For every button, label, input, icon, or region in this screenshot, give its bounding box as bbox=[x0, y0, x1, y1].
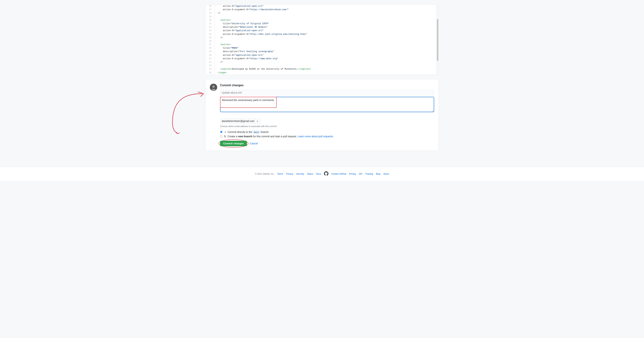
line-code bbox=[214, 40, 438, 43]
radio-label-branch[interactable]: Create a new branch for this commit and … bbox=[228, 135, 334, 138]
email-select-wrapper: danielshervheim@gmail.com bbox=[220, 118, 434, 124]
table-row: 44 <caption>Developed by AISOS at the Un… bbox=[206, 68, 438, 71]
pull-request-link[interactable]: Learn more about pull requests. bbox=[298, 135, 334, 138]
line-code: action-0="application:open-url" bbox=[214, 4, 438, 8]
line-number: 35 bbox=[206, 36, 214, 40]
line-code: title="University of Virginia IATH" bbox=[214, 22, 438, 26]
table-row: 29 bbox=[206, 15, 438, 18]
line-number: 33 bbox=[206, 29, 214, 32]
line-code: <button> bbox=[214, 18, 438, 22]
line-code: action-0="application:open-url" bbox=[214, 54, 438, 57]
code-editor: 26 action-0="application:open-url"27 act… bbox=[205, 4, 439, 75]
line-number: 26 bbox=[206, 4, 214, 8]
line-code: <caption>Developed by AISOS at the Unive… bbox=[214, 68, 438, 71]
arrow-annotation bbox=[169, 79, 209, 134]
table-row: 42 /> bbox=[206, 60, 438, 64]
line-code: /> bbox=[214, 12, 438, 15]
commit-button-wrapper: Commit changes bbox=[220, 141, 247, 146]
commit-summary-input[interactable] bbox=[220, 90, 434, 95]
commit-description-textarea[interactable] bbox=[220, 97, 434, 112]
line-number: 37 bbox=[206, 43, 214, 46]
table-row: 34 action-0-argument-0="http://mhs.iath.… bbox=[206, 33, 438, 36]
table-row: 41 action-0-argument-0="https://www.mnhs… bbox=[206, 57, 438, 60]
line-code: action-0="application:open-url" bbox=[214, 29, 438, 32]
footer-link-pricing[interactable]: Pricing bbox=[349, 173, 356, 175]
commit-section: Commit changes danielshervheim@gmail.com… bbox=[205, 79, 439, 151]
email-select[interactable]: danielshervheim@gmail.com bbox=[220, 118, 260, 124]
line-code: /> bbox=[214, 36, 438, 40]
line-number: 45 bbox=[206, 71, 214, 74]
line-number: 31 bbox=[206, 22, 214, 26]
table-row: 26 action-0="application:open-url" bbox=[206, 4, 438, 8]
line-number: 42 bbox=[206, 60, 214, 64]
line-code: <button> bbox=[214, 43, 438, 46]
line-number: 36 bbox=[206, 40, 214, 43]
code-table: 26 action-0="application:open-url"27 act… bbox=[206, 4, 438, 74]
line-number: 39 bbox=[206, 50, 214, 54]
cancel-button[interactable]: Cancel bbox=[248, 141, 259, 146]
radio-row-direct: ⇢ Commit directly to the main branch. bbox=[220, 130, 434, 134]
line-number: 44 bbox=[206, 68, 214, 71]
radio-label-direct[interactable]: Commit directly to the main branch. bbox=[228, 130, 269, 134]
footer-link-blog[interactable]: Blog bbox=[376, 173, 380, 175]
line-number: 32 bbox=[206, 26, 214, 29]
button-row: Commit changes Cancel bbox=[220, 141, 434, 146]
radio-commit-branch[interactable] bbox=[220, 135, 222, 138]
line-number: 41 bbox=[206, 57, 214, 60]
line-number: 34 bbox=[206, 33, 214, 36]
commit-title: Commit changes bbox=[220, 84, 434, 87]
github-logo bbox=[324, 171, 328, 177]
avatar bbox=[210, 84, 217, 91]
branch-badge: main bbox=[253, 130, 260, 134]
footer-link-training[interactable]: Training bbox=[365, 173, 373, 175]
footer-link-api[interactable]: API bbox=[359, 173, 362, 175]
line-code: action-0-argument-0="https://www.mnhs.or… bbox=[214, 57, 438, 60]
line-code: description="Fort Snelling iconography" bbox=[214, 50, 438, 54]
table-row: 33 action-0="application:open-url" bbox=[206, 29, 438, 32]
footer-inner: © 2021 GitHub, Inc. Terms Privacy Securi… bbox=[212, 171, 432, 177]
footer-link-terms[interactable]: Terms bbox=[277, 173, 283, 175]
table-row: 35 /> bbox=[206, 36, 438, 40]
line-number: 40 bbox=[206, 54, 214, 57]
footer-link-about[interactable]: About bbox=[383, 173, 389, 175]
table-row: 37 <button> bbox=[206, 43, 438, 46]
line-code: </page> bbox=[214, 71, 438, 74]
line-code: description="Additional 3D models" bbox=[214, 26, 438, 29]
table-row: 38 title="MNHS" bbox=[206, 46, 438, 50]
line-number: 29 bbox=[206, 15, 214, 18]
line-number: 28 bbox=[206, 12, 214, 15]
footer: © 2021 GitHub, Inc. Terms Privacy Securi… bbox=[0, 167, 644, 181]
line-number: 43 bbox=[206, 64, 214, 68]
table-row: 28/> bbox=[206, 12, 438, 15]
line-code: action-0-argument-0="http://mhs.iath.vir… bbox=[214, 33, 438, 36]
radio-row-branch: ⇅ Create a new branch for this commit an… bbox=[220, 135, 434, 138]
commit-changes-button[interactable]: Commit changes bbox=[220, 141, 247, 146]
line-number: 38 bbox=[206, 46, 214, 50]
line-code bbox=[214, 64, 438, 68]
commit-form: Commit changes danielshervheim@gmail.com… bbox=[220, 84, 434, 146]
footer-link-contact[interactable]: Contact GitHub bbox=[331, 173, 346, 175]
footer-link-status[interactable]: Status bbox=[307, 173, 313, 175]
line-number: 27 bbox=[206, 8, 214, 12]
footer-link-security[interactable]: Security bbox=[296, 173, 304, 175]
table-row: 31 title="University of Virginia IATH" bbox=[206, 22, 438, 26]
table-row: 27 action-0-argument-0="https://danielsh… bbox=[206, 8, 438, 12]
footer-link-docs[interactable]: Docs bbox=[316, 173, 321, 175]
table-row: 40 action-0="application:open-url" bbox=[206, 54, 438, 57]
table-row: 39 description="Fort Snelling iconograph… bbox=[206, 50, 438, 54]
footer-link-privacy[interactable]: Privacy bbox=[286, 173, 293, 175]
email-hint: Choose which email address to associate … bbox=[220, 125, 434, 128]
line-code: action-0-argument-0="https://danielsherv… bbox=[214, 8, 438, 12]
svg-point-1 bbox=[212, 85, 215, 88]
line-code: title="MNHS" bbox=[214, 46, 438, 50]
radio-group: ⇢ Commit directly to the main branch. ⇅ … bbox=[220, 130, 434, 138]
line-code: /> bbox=[214, 60, 438, 64]
radio-commit-direct[interactable] bbox=[220, 131, 222, 133]
line-code bbox=[214, 15, 438, 18]
table-row: 45</page> bbox=[206, 71, 438, 74]
table-row: 30 <button> bbox=[206, 18, 438, 22]
table-row: 32 description="Additional 3D models" bbox=[206, 26, 438, 29]
table-row: 43 bbox=[206, 64, 438, 68]
footer-copyright: © 2021 GitHub, Inc. bbox=[255, 173, 274, 175]
line-number: 30 bbox=[206, 18, 214, 22]
